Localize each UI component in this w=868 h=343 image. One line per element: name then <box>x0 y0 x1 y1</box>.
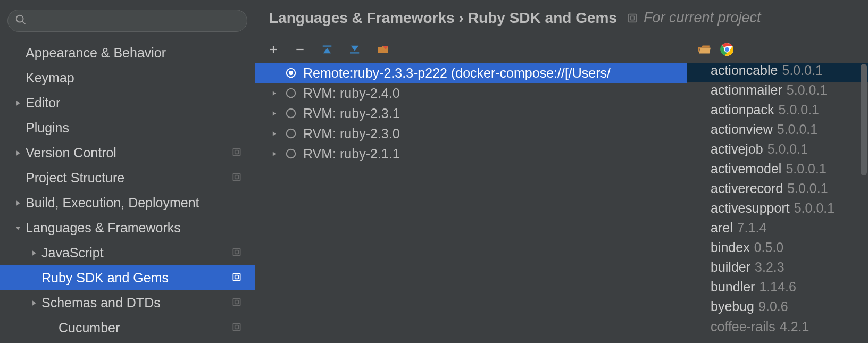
gem-row[interactable]: activesupport5.0.0.1 <box>687 200 868 220</box>
sdk-row[interactable]: Remote:ruby-2.3.3-p222 (docker-compose:/… <box>255 63 687 83</box>
caret-down-icon[interactable] <box>11 224 26 232</box>
sdk-name: RVM: ruby-2.4.0 <box>303 86 400 101</box>
sidebar-item-label: Build, Execution, Deployment <box>26 195 249 211</box>
project-scope-icon <box>231 170 242 186</box>
caret-right-icon[interactable] <box>27 249 41 257</box>
caret-right-icon[interactable] <box>27 299 41 307</box>
collapse-down-button[interactable] <box>349 44 361 55</box>
svg-marker-2 <box>16 101 20 105</box>
sdk-toolbar <box>255 36 687 63</box>
svg-rect-11 <box>233 248 240 255</box>
svg-marker-32 <box>272 91 276 96</box>
sidebar-item[interactable]: Project Structure <box>0 165 255 190</box>
breadcrumb-parent[interactable]: Languages & Frameworks <box>269 10 455 27</box>
gem-version: 5.0.0.1 <box>782 63 822 78</box>
sdk-name: RVM: ruby-2.3.0 <box>303 126 400 141</box>
settings-sidebar: Appearance & BehaviorKeymapEditorPlugins… <box>0 0 255 343</box>
chrome-icon[interactable] <box>720 43 734 56</box>
sdk-row[interactable]: RVM: ruby-2.3.1 <box>255 103 687 123</box>
caret-right-icon[interactable] <box>266 130 282 137</box>
gem-row[interactable]: byebug9.0.6 <box>687 299 868 319</box>
project-scope-icon <box>231 145 242 161</box>
sidebar-item[interactable]: Version Control <box>0 140 255 165</box>
breadcrumb-current: Ruby SDK and Gems <box>468 10 617 27</box>
gems-panel: actioncable5.0.0.1actionmailer5.0.0.1act… <box>687 36 868 343</box>
gem-row[interactable]: bundler1.14.6 <box>687 279 868 299</box>
sdk-name: Remote:ruby-2.3.3-p222 (docker-compose:/… <box>303 65 611 81</box>
gem-row[interactable]: actionmailer5.0.0.1 <box>687 82 868 102</box>
svg-point-39 <box>287 149 296 158</box>
open-folder-button[interactable] <box>697 43 711 56</box>
add-sdk-button[interactable] <box>268 44 279 55</box>
expand-up-button[interactable] <box>321 44 333 55</box>
sdk-row[interactable]: RVM: ruby-2.4.0 <box>255 83 687 103</box>
project-scope-icon <box>231 320 242 336</box>
svg-marker-8 <box>16 200 20 205</box>
gem-version: 5.0.0.1 <box>787 181 828 196</box>
gem-row[interactable]: activemodel5.0.0.1 <box>687 161 868 181</box>
gem-row[interactable]: activejob5.0.0.1 <box>687 141 868 161</box>
gem-version: 5.0.0.1 <box>767 141 808 157</box>
sdk-radio[interactable] <box>282 67 300 79</box>
gem-name: arel <box>711 220 733 236</box>
svg-rect-14 <box>235 275 239 279</box>
sdk-radio[interactable] <box>282 87 300 99</box>
sidebar-item[interactable]: Editor <box>0 90 255 115</box>
sidebar-item[interactable]: Appearance & Behavior <box>0 40 255 65</box>
svg-point-33 <box>287 89 296 98</box>
sdk-radio[interactable] <box>282 128 300 139</box>
sdk-radio[interactable] <box>282 107 300 119</box>
gem-row[interactable]: bindex0.5.0 <box>687 240 868 260</box>
gem-name: actionpack <box>711 102 774 118</box>
search-icon <box>15 14 27 28</box>
svg-marker-10 <box>32 250 36 255</box>
scope-indicator: For current project <box>627 10 761 26</box>
sidebar-item[interactable]: Build, Execution, Deployment <box>0 190 255 215</box>
gem-row[interactable]: actioncable5.0.0.1 <box>687 63 868 82</box>
gem-row[interactable]: actionpack5.0.0.1 <box>687 102 868 122</box>
gem-row[interactable]: actionview5.0.0.1 <box>687 122 868 141</box>
sidebar-item[interactable]: JavaScript <box>0 240 255 265</box>
caret-right-icon[interactable] <box>266 90 282 97</box>
gem-name: activesupport <box>711 200 790 216</box>
remove-sdk-button[interactable] <box>295 44 305 55</box>
sidebar-item-label: Schemas and DTDs <box>41 295 231 311</box>
project-scope-icon <box>231 295 242 311</box>
gems-scrollbar[interactable] <box>861 64 867 175</box>
svg-marker-36 <box>272 131 276 136</box>
sidebar-item-label: Version Control <box>26 145 231 161</box>
gem-row[interactable]: arel7.1.4 <box>687 220 868 240</box>
sdk-panel: Remote:ruby-2.3.3-p222 (docker-compose:/… <box>255 36 687 343</box>
gem-row[interactable]: activerecord5.0.0.1 <box>687 181 868 200</box>
gem-row[interactable]: builder3.2.3 <box>687 260 868 279</box>
caret-right-icon[interactable] <box>266 110 282 117</box>
gem-version: 9.0.6 <box>758 299 788 314</box>
sidebar-item[interactable]: Keymap <box>0 65 255 90</box>
svg-point-35 <box>287 109 296 118</box>
sidebar-item[interactable]: Ruby SDK and Gems <box>0 265 255 290</box>
sdk-radio[interactable] <box>282 148 300 160</box>
gem-row[interactable]: coffee-rails4.2.1 <box>687 319 868 334</box>
sidebar-item[interactable]: Languages & Frameworks <box>0 215 255 240</box>
sidebar-item[interactable]: Plugins <box>0 115 255 140</box>
search-input[interactable] <box>7 10 247 32</box>
caret-right-icon[interactable] <box>11 99 26 107</box>
caret-right-icon[interactable] <box>11 149 26 157</box>
sdk-row[interactable]: RVM: ruby-2.1.1 <box>255 144 687 164</box>
caret-right-icon[interactable] <box>11 199 26 207</box>
sidebar-item-label: Appearance & Behavior <box>26 45 249 61</box>
gem-version: 1.14.6 <box>759 279 796 295</box>
sdk-row[interactable]: RVM: ruby-2.3.0 <box>255 123 687 144</box>
sdk-name: RVM: ruby-2.1.1 <box>303 146 400 162</box>
gem-version: 7.1.4 <box>737 220 767 236</box>
svg-rect-6 <box>233 173 240 180</box>
edit-path-button[interactable] <box>377 43 389 56</box>
svg-rect-13 <box>233 273 240 280</box>
caret-right-icon[interactable] <box>266 150 282 157</box>
gem-name: activejob <box>711 141 763 157</box>
sidebar-item[interactable]: Cucumber <box>0 315 255 340</box>
sidebar-item[interactable]: Schemas and DTDs <box>0 290 255 315</box>
gem-version: 5.0.0.1 <box>787 82 827 98</box>
breadcrumb: Languages & Frameworks › Ruby SDK and Ge… <box>255 0 868 36</box>
svg-marker-34 <box>272 111 276 116</box>
